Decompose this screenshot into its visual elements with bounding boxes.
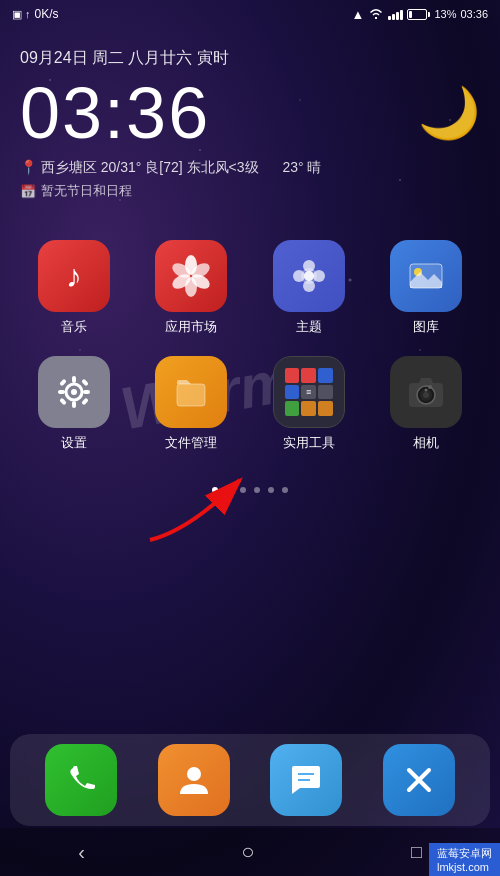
- app-gallery[interactable]: 图库: [376, 240, 476, 336]
- weather-line: 📍 西乡塘区 20/31° 良[72] 东北风<3级 23° 晴: [20, 159, 480, 177]
- notification-icons: ▣ ↑: [12, 8, 31, 21]
- datetime-area: 09月24日 周二 八月廿六 寅时 03:36 🌙 📍 西乡塘区 20/31° …: [0, 28, 500, 210]
- svg-point-31: [425, 389, 428, 392]
- theme-logo: [287, 254, 331, 298]
- svg-point-15: [71, 389, 77, 395]
- messages-icon: [270, 744, 342, 816]
- dock-vx[interactable]: [383, 744, 455, 816]
- appstore-label: 应用市场: [165, 318, 217, 336]
- location-icon: 📍: [20, 159, 41, 175]
- theme-label: 主题: [296, 318, 322, 336]
- dot-1: [212, 487, 218, 493]
- dot-6: [282, 487, 288, 493]
- bluetooth-icon: ▲: [352, 7, 365, 22]
- navigation-bar: ‹ ○ □: [0, 828, 500, 876]
- svg-point-29: [423, 392, 429, 398]
- settings-logo: [52, 370, 96, 414]
- tools-label: 实用工具: [283, 434, 335, 452]
- app-music[interactable]: ♪ 音乐: [24, 240, 124, 336]
- gallery-logo: [404, 254, 448, 298]
- phone-icon: [45, 744, 117, 816]
- huawei-logo: [169, 254, 213, 298]
- status-left: ▣ ↑ 0K/s: [12, 7, 59, 21]
- app-camera[interactable]: 相机: [376, 356, 476, 452]
- wifi-icon: [368, 7, 384, 21]
- svg-point-7: [303, 260, 315, 272]
- svg-rect-16: [72, 376, 76, 383]
- watermark-name: 蓝莓安卓网: [437, 847, 492, 859]
- battery-icon: [407, 9, 430, 20]
- app-theme[interactable]: 主题: [259, 240, 359, 336]
- nav-home-button[interactable]: ○: [221, 831, 274, 873]
- files-icon: [155, 356, 227, 428]
- gallery-icon: [390, 240, 462, 312]
- svg-point-30: [428, 385, 432, 389]
- status-bar: ▣ ↑ 0K/s ▲ 13% 03:36: [0, 0, 500, 28]
- page-dots: [0, 487, 500, 493]
- settings-icon: [38, 356, 110, 428]
- dot-3: [240, 487, 246, 493]
- svg-rect-22: [59, 398, 67, 406]
- svg-rect-18: [58, 390, 65, 394]
- status-time: 03:36: [460, 8, 488, 20]
- tools-grid: ≡: [281, 364, 337, 420]
- app-row-1: ♪ 音乐 应用市场: [15, 240, 485, 336]
- dot-2: [226, 487, 232, 493]
- watermark-url: lmkjst.com: [437, 861, 489, 873]
- svg-rect-19: [83, 390, 90, 394]
- calendar-text: 暂无节日和日程: [41, 182, 132, 200]
- nav-back-button[interactable]: ‹: [58, 833, 105, 872]
- svg-point-8: [303, 280, 315, 292]
- dot-5: [268, 487, 274, 493]
- svg-point-11: [304, 271, 314, 281]
- time-row: 03:36 🌙: [20, 77, 480, 149]
- music-label: 音乐: [61, 318, 87, 336]
- app-grid: ♪ 音乐 应用市场: [0, 210, 500, 472]
- svg-point-9: [293, 270, 305, 282]
- svg-rect-20: [59, 379, 67, 387]
- music-icon: ♪: [38, 240, 110, 312]
- settings-label: 设置: [61, 434, 87, 452]
- app-files[interactable]: 文件管理: [141, 356, 241, 452]
- network-speed: 0K/s: [35, 7, 59, 21]
- svg-rect-25: [177, 384, 205, 406]
- calendar-icon: 📅: [20, 184, 36, 199]
- svg-rect-21: [81, 379, 89, 387]
- moon-icon: 🌙: [418, 84, 480, 142]
- calendar-line: 📅 暂无节日和日程: [20, 182, 480, 200]
- bottom-dock: [10, 734, 490, 826]
- weather-text: 西乡塘区 20/31° 良[72] 东北风<3级: [41, 159, 259, 175]
- signal-icon: [388, 8, 403, 20]
- files-label: 文件管理: [165, 434, 217, 452]
- theme-icon: [273, 240, 345, 312]
- time-display: 03:36: [20, 77, 210, 149]
- tools-icon: ≡: [273, 356, 345, 428]
- svg-rect-23: [81, 398, 89, 406]
- date-display: 09月24日 周二 八月廿六 寅时: [20, 48, 480, 69]
- temperature-text: 23° 晴: [282, 159, 321, 175]
- files-logo: [169, 370, 213, 414]
- dock-messages[interactable]: [270, 744, 342, 816]
- watermark: 蓝莓安卓网 lmkjst.com: [429, 843, 500, 876]
- battery-percent: 13%: [434, 8, 456, 20]
- contacts-icon: [158, 744, 230, 816]
- status-right: ▲ 13% 03:36: [352, 7, 488, 22]
- dock-phone[interactable]: [45, 744, 117, 816]
- app-tools[interactable]: ≡ 实用工具: [259, 356, 359, 452]
- camera-logo: [404, 370, 448, 414]
- app-row-2: 设置 文件管理: [15, 356, 485, 452]
- appstore-icon: [155, 240, 227, 312]
- svg-point-33: [187, 767, 201, 781]
- svg-point-10: [313, 270, 325, 282]
- dock-contacts[interactable]: [158, 744, 230, 816]
- camera-label: 相机: [413, 434, 439, 452]
- dot-4: [254, 487, 260, 493]
- gallery-label: 图库: [413, 318, 439, 336]
- app-settings[interactable]: 设置: [24, 356, 124, 452]
- camera-icon: [390, 356, 462, 428]
- svg-rect-17: [72, 401, 76, 408]
- vx-icon: [383, 744, 455, 816]
- app-appstore[interactable]: 应用市场: [141, 240, 241, 336]
